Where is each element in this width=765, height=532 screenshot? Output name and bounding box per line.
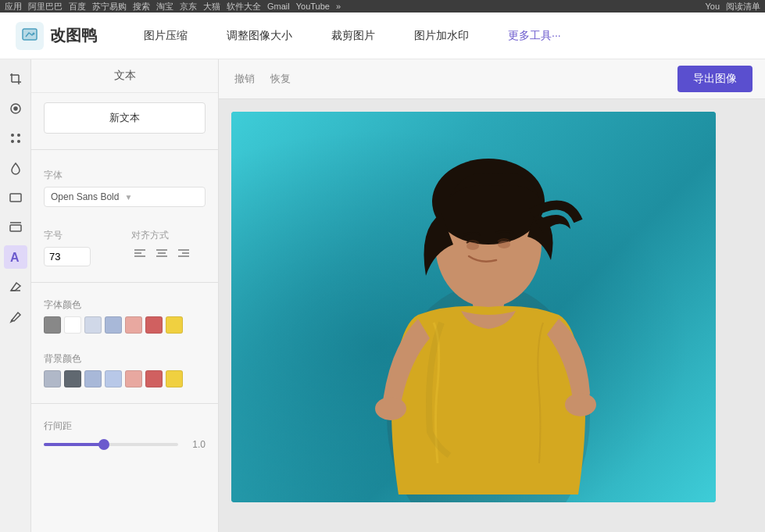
person-image [340, 120, 637, 502]
pen-tool-btn[interactable] [4, 305, 27, 328]
line-height-slider-thumb[interactable] [98, 439, 109, 450]
nav-watermark[interactable]: 图片加水印 [414, 29, 469, 43]
svg-point-11 [11, 140, 14, 143]
font-section: 字体 Open Sans Bold ▼ [31, 156, 218, 216]
you-label: You [705, 2, 720, 11]
svg-point-34 [565, 393, 596, 416]
divider-2 [31, 282, 218, 283]
font-label: 字体 [44, 169, 206, 182]
text-panel: 文本 新文本 字体 Open Sans Bold ▼ 字号 对齐方式 [31, 59, 219, 532]
eraser-tool-btn[interactable] [4, 275, 27, 298]
bg-color-label: 背景颜色 [44, 352, 206, 366]
svg-rect-0 [23, 29, 37, 40]
main-layout: A 文本 新文本 字体 Open Sans Bold ▼ [0, 59, 765, 532]
new-text-section: 新文本 [31, 93, 218, 143]
divider-3 [31, 403, 218, 404]
font-color-swatches [44, 316, 206, 334]
font-color-gray[interactable] [44, 316, 61, 334]
line-height-section: 行间距 1.0 [31, 410, 218, 459]
drop-tool-btn[interactable] [4, 156, 27, 180]
align-label: 对齐方式 [131, 229, 206, 242]
bg-color-red2[interactable] [145, 370, 163, 387]
bookmark-dacat[interactable]: 大猫 [203, 1, 220, 12]
font-select[interactable]: Open Sans Bold ▼ [44, 187, 206, 207]
align-center-btn[interactable] [153, 247, 170, 263]
text-tool-btn[interactable]: A [4, 245, 27, 269]
crop-tool-btn[interactable] [4, 67, 27, 91]
svg-rect-13 [10, 194, 21, 202]
bookmark-jd[interactable]: 京东 [180, 1, 197, 12]
read-mode[interactable]: 阅读清单 [726, 1, 760, 12]
line-height-row: 1.0 [44, 439, 206, 450]
nav-more[interactable]: 更多工具··· [508, 29, 561, 43]
nav-crop[interactable]: 裁剪图片 [331, 29, 375, 43]
bookmark-apps[interactable]: 应用 [5, 1, 22, 12]
align-right-btn[interactable] [175, 247, 192, 263]
canvas-area: 撤销 恢复 导出图像 [219, 59, 765, 532]
svg-point-10 [17, 134, 20, 137]
font-color-lightblue[interactable] [84, 316, 102, 334]
icon-bar: A [0, 59, 31, 532]
svg-point-31 [467, 242, 479, 250]
panel-title: 文本 [31, 59, 218, 93]
browser-bar: 应用 阿里巴巴 百度 苏宁易购 搜索 淘宝 京东 大猫 软件大全 Gmail Y… [0, 0, 765, 12]
line-height-slider-fill [44, 443, 104, 446]
new-text-button[interactable]: 新文本 [44, 102, 206, 134]
bookmark-suning[interactable]: 苏宁易购 [92, 1, 127, 12]
nodes-tool-btn[interactable] [4, 127, 27, 150]
bookmark-gmail[interactable]: Gmail [267, 2, 290, 11]
font-size-label: 字号 [44, 229, 119, 242]
font-color-section: 字体颜色 [31, 289, 218, 343]
bookmark-youtube[interactable]: YouTube [296, 2, 330, 11]
bookmark-baidu[interactable]: 百度 [69, 1, 86, 12]
app-header: 改图鸭 图片压缩 调整图像大小 裁剪图片 图片加水印 更多工具··· [0, 12, 765, 59]
bookmark-alibaba[interactable]: 阿里巴巴 [28, 1, 63, 12]
image-container[interactable] [231, 112, 716, 502]
bg-color-darkgray[interactable] [64, 370, 81, 387]
align-col: 对齐方式 [131, 226, 206, 266]
line-height-label: 行间距 [44, 420, 206, 433]
bg-color-lightgray[interactable] [44, 370, 61, 387]
svg-point-9 [11, 134, 14, 137]
font-color-blue[interactable] [105, 316, 122, 334]
align-buttons [131, 247, 206, 263]
logo-icon [16, 22, 44, 50]
font-color-white[interactable] [64, 316, 81, 334]
svg-point-33 [375, 397, 406, 420]
svg-rect-14 [10, 225, 21, 231]
align-left-btn[interactable] [131, 247, 148, 263]
font-color-salmon[interactable] [125, 316, 142, 334]
rect-outline-tool-btn[interactable] [4, 186, 27, 209]
bg-color-section: 背景颜色 [31, 343, 218, 397]
bookmark-taobao[interactable]: 淘宝 [156, 1, 173, 12]
svg-point-32 [498, 241, 510, 248]
bg-color-salmon2[interactable] [125, 370, 142, 387]
bookmark-search[interactable]: 搜索 [133, 1, 150, 12]
svg-point-12 [17, 140, 20, 143]
rect-tool-btn[interactable] [4, 216, 27, 239]
logo[interactable]: 改图鸭 [16, 22, 97, 50]
divider-1 [31, 149, 218, 150]
line-height-slider-track[interactable] [44, 443, 178, 446]
font-color-red[interactable] [145, 316, 163, 334]
nav-resize[interactable]: 调整图像大小 [227, 29, 292, 43]
font-color-yellow[interactable] [166, 316, 183, 334]
font-size-input[interactable] [44, 247, 91, 266]
circle-tool-btn[interactable] [4, 97, 27, 120]
size-align-section: 字号 对齐方式 [31, 216, 218, 276]
svg-point-30 [432, 159, 545, 245]
bg-color-blue2[interactable] [105, 370, 122, 387]
more-bookmarks[interactable]: » [336, 2, 341, 11]
bookmark-software[interactable]: 软件大全 [227, 1, 261, 12]
bg-color-lightblue2[interactable] [84, 370, 102, 387]
line-height-value: 1.0 [186, 439, 206, 450]
redo-button[interactable]: 恢复 [267, 70, 294, 87]
font-color-label: 字体颜色 [44, 298, 206, 312]
font-dropdown-arrow: ▼ [125, 193, 199, 202]
undo-button[interactable]: 撤销 [231, 70, 258, 87]
svg-text:A: A [10, 251, 20, 264]
export-button[interactable]: 导出图像 [677, 66, 752, 92]
svg-point-8 [14, 107, 17, 110]
bg-color-yellow2[interactable] [166, 370, 183, 387]
nav-compress[interactable]: 图片压缩 [144, 29, 188, 43]
